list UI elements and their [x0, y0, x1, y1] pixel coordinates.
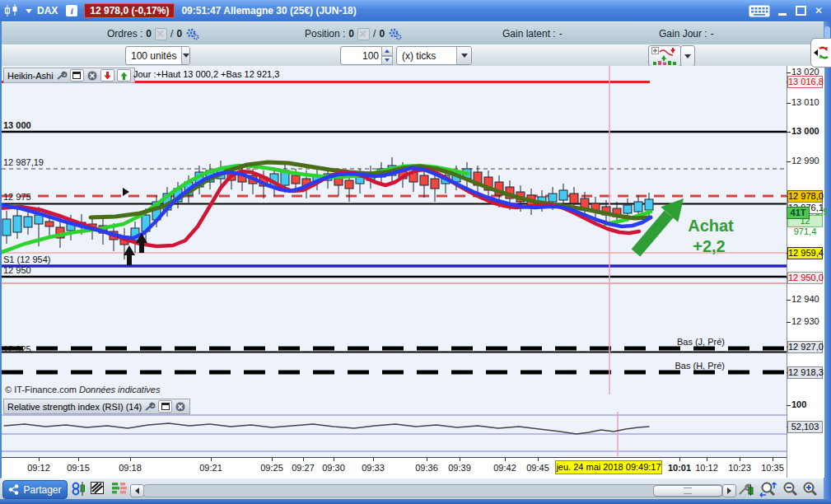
candle-body — [549, 194, 557, 202]
rsi-detach-window-icon[interactable] — [158, 400, 172, 413]
chart-style-button[interactable] — [648, 45, 681, 67]
time-axis-tick — [679, 458, 680, 461]
ticks-unit-caret[interactable] — [456, 47, 471, 64]
orders-disabled-icon — [155, 28, 167, 40]
price-axis-label: 12 940 — [791, 294, 819, 305]
rsi-close-icon[interactable] — [175, 401, 186, 413]
time-axis-tick — [773, 458, 773, 461]
position-summary: Position : 0 / 0 — [305, 22, 402, 45]
share-button[interactable]: Partager — [2, 480, 68, 499]
sell-arrow-icon[interactable] — [100, 69, 114, 82]
position-count2: 0 — [379, 28, 385, 40]
level-label: 12 925 — [3, 344, 31, 354]
time-axis-tick — [460, 458, 460, 461]
instrument-name[interactable]: DAX — [37, 5, 58, 16]
rsi-wrench-icon[interactable] — [144, 401, 156, 412]
orders-summary: Ordres : 0 / 0 — [107, 22, 199, 45]
indicative-data-note: Données indicatives — [79, 385, 160, 394]
title-bar: DAX i 12 978,0 (-0,17%) 09:51:47 Allemag… — [0, 0, 831, 21]
chart-style-icon — [651, 47, 678, 65]
ticks-count-input[interactable]: 100 — [340, 46, 383, 65]
time-axis-label: 09:39 — [440, 463, 479, 473]
keyboard-icon[interactable] — [749, 4, 770, 18]
ticks-unit-value: (x) ticks — [397, 50, 456, 62]
gain-latent-label: Gain latent : — [502, 28, 556, 40]
zoom-in-icon[interactable] — [802, 481, 818, 497]
side-panel-toggle[interactable] — [810, 38, 831, 68]
scroll-right-button[interactable] — [722, 484, 736, 497]
time-axis-tick — [740, 458, 740, 461]
time-axis-tick — [130, 458, 131, 461]
close-button[interactable]: ✕ — [813, 5, 824, 16]
signal-label: Achat — [688, 217, 734, 235]
level-label: 12 987,19 — [3, 157, 44, 167]
time-axis-tick — [707, 458, 707, 461]
candle-body — [45, 222, 54, 226]
tick-countdown-badge: 41T — [787, 207, 810, 219]
level-label: 12 975 — [3, 192, 31, 202]
candle-body — [623, 205, 632, 213]
level-label: S1 (12 954) — [3, 254, 50, 264]
chart-hscrollbar-track[interactable] — [143, 484, 723, 497]
level-label: Bas (H, Pré) — [675, 361, 725, 371]
candle-body — [292, 175, 300, 184]
candle-body — [13, 216, 21, 232]
candle-body — [559, 190, 567, 200]
minimize-button[interactable] — [777, 5, 788, 16]
buy-arrow-icon[interactable] — [117, 69, 131, 82]
price-axis-tick — [787, 132, 791, 133]
instrument-dropdown-caret[interactable] — [26, 9, 32, 13]
time-axis-label: 09:18 — [110, 463, 150, 473]
zoom-out-icon[interactable] — [782, 481, 798, 497]
price-axis-label: 100 — [791, 399, 806, 410]
wrench-icon[interactable] — [56, 70, 68, 81]
candle-body — [634, 202, 642, 212]
gain-latent-value: - — [559, 28, 563, 40]
candle-body — [345, 180, 353, 189]
time-axis-label: 09:15 — [58, 463, 98, 473]
candle-body — [420, 175, 428, 185]
quantity-dropdown-caret[interactable] — [181, 47, 189, 64]
price-axis-label: 13 016,8 — [787, 76, 823, 88]
chart-hscrollbar-thumb[interactable] — [653, 485, 722, 497]
gain-jour-label: Gain Jour : — [659, 28, 707, 40]
signal-gain: +2,2 — [693, 237, 725, 255]
restore-button[interactable] — [795, 5, 806, 16]
account-info-bar: Ordres : 0 / 0 Position : 0 / 0 Gain — [0, 21, 831, 45]
link-instrument-icon[interactable] — [71, 481, 86, 497]
ticks-count-value: 100 — [362, 50, 379, 62]
chart-vscrollbar[interactable] — [824, 21, 831, 499]
order-book-icon[interactable] — [111, 481, 128, 495]
chart-style-dropdown[interactable] — [680, 45, 695, 67]
indicator-title: Heikin-Ashi — [7, 71, 54, 81]
rsi-title: Relative strength index (RSI) (14) — [7, 402, 142, 412]
price-cursor-marker — [123, 188, 129, 196]
time-axis-label: 10:35 — [753, 463, 792, 473]
scroll-left-button[interactable] — [130, 484, 144, 497]
quantity-dropdown[interactable]: 100 unités — [125, 46, 190, 65]
provider-name: © IT-Finance.com — [5, 385, 77, 394]
zoom-fit-icon[interactable] — [759, 481, 777, 498]
price-axis-tick — [787, 300, 791, 301]
detach-window-icon[interactable] — [70, 69, 84, 82]
stepper-up-icon[interactable] — [381, 46, 393, 56]
news-icon[interactable] — [91, 481, 105, 495]
close-indicator-icon[interactable] — [86, 70, 98, 82]
chart-settings-icon[interactable] — [738, 481, 754, 497]
position-settings-gear-icon[interactable] — [388, 28, 402, 40]
candlestick-logo-icon — [4, 4, 21, 17]
ticks-unit-dropdown[interactable]: (x) ticks — [396, 46, 472, 65]
orders-label: Ordres : — [107, 28, 142, 40]
info-icon[interactable]: i — [66, 5, 77, 16]
time-axis-tick — [538, 458, 539, 461]
ticks-count-stepper[interactable] — [381, 46, 393, 65]
order-toolbar: 100 unités 100 (x) ticks — [0, 44, 831, 67]
price-change-badge: 12 978,0 (-0,17%) — [84, 3, 175, 18]
price-axis-tick — [787, 405, 791, 406]
price-axis-tick — [787, 72, 791, 73]
rsi-header: Relative strength index (RSI) (14) — [3, 399, 190, 414]
trading-window: DAX i 12 978,0 (-0,17%) 09:51:47 Allemag… — [0, 0, 831, 504]
stepper-down-icon[interactable] — [381, 56, 393, 66]
time-axis-label: 09:30 — [314, 463, 353, 473]
orders-settings-gear-icon[interactable] — [185, 28, 199, 40]
